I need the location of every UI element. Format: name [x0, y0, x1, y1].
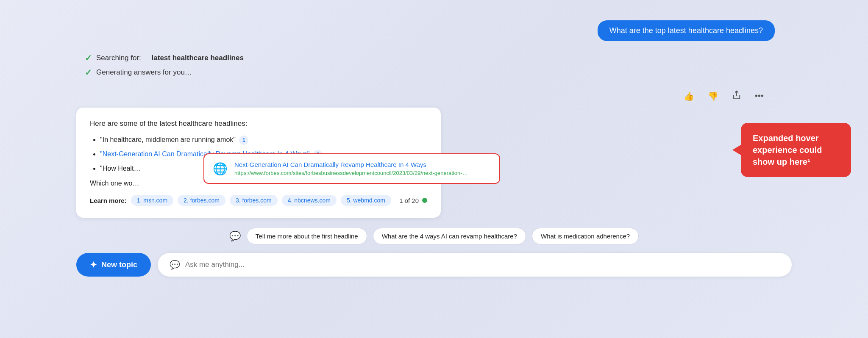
suggest-chip-3[interactable]: What is medication adherence? [532, 228, 639, 244]
page-indicator: 1 of 20 [399, 197, 427, 204]
green-dot [422, 198, 427, 203]
more-button[interactable]: ••• [752, 89, 766, 103]
bottom-bar: ✦ New topic 💬 [76, 253, 792, 277]
bullet-text-1: "In healthcare, middlemen are running am… [100, 136, 236, 143]
search-input[interactable] [185, 260, 780, 269]
status-line-1: ✓ Searching for: latest healthcare headl… [85, 53, 792, 63]
status-line-2: ✓ Generating answers for you… [85, 67, 792, 78]
hover-popup-text: Next-Generation AI Can Dramatically Reva… [234, 161, 468, 176]
search-bar: 💬 [158, 253, 792, 277]
status-area: ✓ Searching for: latest healthcare headl… [76, 53, 792, 82]
answer-intro: Here are some of the latest healthcare h… [90, 119, 427, 128]
source-chip-5[interactable]: 5. webmd.com [341, 195, 391, 206]
source-chip-3[interactable]: 3. forbes.com [230, 195, 278, 206]
learn-more-label: Learn more: [90, 197, 127, 204]
main-container: What are the top latest healthcare headl… [0, 0, 868, 338]
source-chip-2[interactable]: 2. forbes.com [178, 195, 225, 206]
suggest-chip-2[interactable]: What are the 4 ways AI can revamp health… [373, 228, 526, 244]
list-item-1: "In healthcare, middlemen are running am… [100, 135, 427, 145]
user-message-row: What are the top latest healthcare headl… [76, 0, 792, 41]
answer-card: Here are some of the latest healthcare h… [76, 108, 441, 218]
suggest-chip-1[interactable]: Tell me more about the first headline [247, 228, 367, 244]
chat-icon: 💬 [229, 231, 241, 242]
suggestions-row: 💬 Tell me more about the first headline … [76, 228, 792, 244]
source-chip-1[interactable]: 1. msn.com [131, 195, 173, 206]
source-chip-4[interactable]: 4. nbcnews.com [282, 195, 337, 206]
thumbup-button[interactable]: 👍 [681, 89, 697, 103]
check-icon-1: ✓ [85, 53, 92, 63]
new-topic-label: New topic [101, 260, 137, 269]
check-icon-2: ✓ [85, 67, 92, 78]
globe-icon: 🌐 [213, 162, 228, 176]
status-bold-1: latest healthcare headlines [152, 54, 244, 62]
chat-bubble-icon: 💬 [170, 260, 180, 270]
hover-popup: 🌐 Next-Generation AI Can Dramatically Re… [203, 153, 500, 184]
thumbdown-button[interactable]: 👎 [705, 89, 721, 103]
status-text-2: Generating answers for you… [96, 68, 192, 77]
new-topic-button[interactable]: ✦ New topic [76, 253, 151, 277]
toolbar-row: 👍 👎 ••• [76, 89, 792, 103]
status-prefix-1: Searching for: [96, 54, 141, 62]
share-button[interactable] [729, 89, 744, 103]
popup-url: https://www.forbes.com/sites/forbesbusin… [234, 170, 468, 176]
popup-title[interactable]: Next-Generation AI Can Dramatically Reva… [234, 161, 468, 168]
citation-1: 1 [239, 136, 248, 145]
new-topic-icon: ✦ [90, 260, 97, 270]
page-text: 1 of 20 [399, 197, 419, 204]
user-bubble: What are the top latest healthcare headl… [598, 20, 775, 41]
hover-callout: Expanded hover experience could show up … [741, 123, 851, 177]
bullet-text-3: "How Healt… [100, 165, 140, 172]
learn-more-row: Learn more: 1. msn.com 2. forbes.com 3. … [90, 195, 427, 206]
